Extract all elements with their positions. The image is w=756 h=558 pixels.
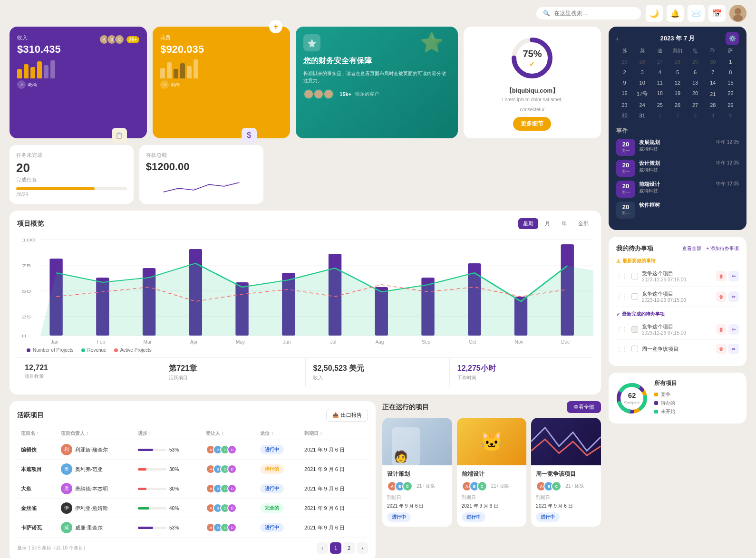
cal-10[interactable]: 10 — [634, 78, 650, 87]
cal-13[interactable]: 13 — [687, 78, 704, 87]
search-box[interactable]: 🔍 — [536, 7, 641, 19]
todo-check-2[interactable] — [631, 293, 638, 300]
cal-29-prev[interactable]: 29 — [687, 57, 704, 67]
cal-7[interactable]: 7 — [705, 67, 721, 77]
todo-edit-3[interactable]: ✏ — [728, 324, 739, 335]
cal-28[interactable]: 28 — [705, 100, 721, 110]
col-assignees[interactable]: 受让人 ↕ — [202, 427, 256, 440]
cal-1[interactable]: 1 — [722, 57, 739, 67]
todo-delete-4[interactable]: 🗑 — [716, 344, 727, 354]
todo-edit-1[interactable]: ✏ — [728, 271, 739, 281]
cal-29[interactable]: 29 — [722, 100, 739, 110]
user-avatar[interactable] — [729, 5, 746, 22]
project-thumb-1: 🐱 — [457, 418, 527, 465]
todo-drag-1[interactable]: ⋮⋮ — [616, 273, 628, 279]
cal-25[interactable]: 25 — [651, 100, 668, 110]
cal-2[interactable]: 2 — [616, 67, 633, 77]
cal-21-today[interactable]: 21 — [705, 88, 721, 99]
dark-mode-icon[interactable]: 🌙 — [646, 5, 663, 22]
cal-settings-icon[interactable]: ⚙️ — [726, 32, 739, 45]
cal-3[interactable]: 3 — [634, 67, 650, 77]
cal-15[interactable]: 15 — [722, 78, 739, 87]
calendar-icon[interactable]: 📅 — [708, 5, 726, 22]
cal-1-next[interactable]: 1 — [651, 111, 668, 120]
promo-av-1 — [303, 89, 314, 99]
col-manager[interactable]: 项目负责人 ↕ — [57, 427, 134, 440]
event-1-company: 威特科技 — [639, 146, 712, 153]
col-status[interactable]: 龙位 ↕ — [256, 427, 300, 440]
page-1-button[interactable]: 1 — [330, 542, 341, 554]
cal-6[interactable]: 6 — [687, 67, 704, 77]
cal-prev-button[interactable]: ‹ — [616, 35, 619, 42]
cal-19[interactable]: 19 — [669, 88, 686, 99]
savings-value: $1200.00 — [146, 161, 257, 173]
col-progress[interactable]: 进步 ↕ — [134, 427, 202, 440]
cal-12[interactable]: 12 — [669, 78, 686, 87]
todo-drag-3[interactable]: ⋮⋮ — [616, 326, 628, 333]
cal-9[interactable]: 9 — [616, 78, 633, 87]
tab-year[interactable]: 年 — [557, 218, 572, 229]
todo-check-1[interactable] — [631, 273, 638, 279]
expense-add-button[interactable]: + — [269, 20, 282, 33]
cal-5-next[interactable]: 5 — [722, 111, 739, 120]
cal-31[interactable]: 31 — [634, 111, 650, 120]
todo-view-all-link[interactable]: 查看全部 — [682, 245, 701, 252]
view-all-button[interactable]: 查看全部 — [567, 401, 601, 413]
cal-30[interactable]: 30 — [616, 111, 633, 120]
cal-5[interactable]: 5 — [669, 67, 686, 77]
cal-23[interactable]: 23 — [616, 100, 633, 110]
cal-26[interactable]: 26 — [669, 100, 686, 110]
page-2-button[interactable]: 2 — [343, 542, 355, 554]
cal-3-next[interactable]: 3 — [687, 111, 704, 120]
tab-all[interactable]: 全部 — [573, 218, 593, 229]
cell-name: 本遮项目 — [17, 460, 57, 479]
cal-24[interactable]: 24 — [634, 100, 650, 110]
cal-8[interactable]: 8 — [722, 67, 739, 77]
todo-add-link[interactable]: + 添加待办事项 — [706, 245, 739, 252]
revenue-card: 收入 $310.435 A B C 25+ — [10, 27, 147, 138]
notification-icon[interactable]: 🔔 — [667, 5, 684, 22]
todo-check-3[interactable] — [631, 326, 638, 333]
cal-4[interactable]: 4 — [651, 67, 668, 77]
cal-17[interactable]: 17号 — [634, 88, 650, 99]
cal-18[interactable]: 18 — [651, 88, 668, 99]
todo-edit-2[interactable]: ✏ — [728, 291, 739, 302]
prev-page-button[interactable]: ‹ — [317, 542, 328, 554]
cal-14[interactable]: 14 — [705, 78, 721, 87]
todo-drag-2[interactable]: ⋮⋮ — [616, 293, 628, 300]
todo-delete-1[interactable]: 🗑 — [716, 271, 727, 281]
cell-assignees: A B C D — [202, 460, 256, 479]
todo-check-4[interactable] — [631, 346, 638, 352]
search-input[interactable] — [554, 10, 634, 17]
cal-4-next[interactable]: 4 — [705, 111, 721, 120]
export-button[interactable]: 📤 出口报告 — [326, 409, 368, 422]
cal-27-prev[interactable]: 27 — [651, 57, 668, 67]
col-due[interactable]: 到期日 ↕ — [300, 427, 368, 440]
cal-26-prev[interactable]: 26 — [634, 57, 650, 67]
projects-tbody: 编辑侠 利 利亚娇·瑞查尔 53% A B C — [17, 440, 368, 538]
todo-delete-2[interactable]: 🗑 — [716, 291, 727, 302]
cal-16[interactable]: 16 — [616, 88, 633, 99]
col-name[interactable]: 项目名 ↑ — [17, 427, 57, 440]
cal-22[interactable]: 22 — [722, 88, 739, 99]
todo-drag-4[interactable]: ⋮⋮ — [616, 346, 628, 352]
assignees: A B C D — [206, 503, 252, 513]
cal-28-prev[interactable]: 28 — [669, 57, 686, 67]
detail-button[interactable]: 更多细节 — [513, 117, 551, 131]
cal-27[interactable]: 27 — [687, 100, 704, 110]
cal-30-prev[interactable]: 30 — [705, 57, 721, 67]
mail-icon[interactable]: ✉️ — [688, 5, 705, 22]
todo-edit-4[interactable]: ✏ — [728, 344, 739, 354]
all-projects-sub: Compete — [624, 400, 640, 404]
project-thumb-2 — [531, 418, 601, 465]
cal-11[interactable]: 11 — [651, 78, 668, 87]
todo-delete-3[interactable]: 🗑 — [716, 324, 727, 335]
svg-marker-27 — [40, 263, 593, 336]
cal-25-prev[interactable]: 25 — [616, 57, 633, 67]
next-page-button[interactable]: › — [357, 542, 368, 554]
cal-20[interactable]: 20 — [687, 88, 704, 99]
task-icon-box: 📋 — [112, 128, 127, 143]
tab-week[interactable]: 星期 — [518, 218, 538, 229]
tab-month[interactable]: 月 — [540, 218, 555, 229]
cal-2-next[interactable]: 2 — [669, 111, 686, 120]
